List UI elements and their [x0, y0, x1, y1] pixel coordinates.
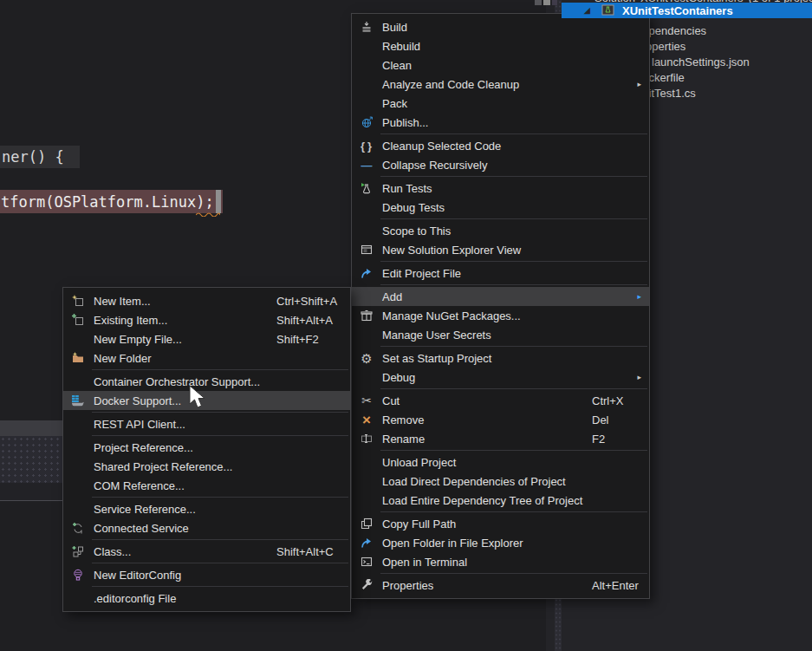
menu-item-new-folder[interactable]: New Folder	[63, 348, 350, 368]
menu-item-manage-nuget-packages[interactable]: Manage NuGet Packages...	[352, 306, 649, 325]
menu-item-debug-tests[interactable]: Debug Tests	[352, 198, 649, 217]
menu-item-label: Scope to This	[382, 225, 451, 238]
menu-item-collapse-recursively[interactable]: —Collapse Recursively	[352, 155, 649, 174]
menu-item-label: Add	[382, 290, 402, 303]
menu-item-shortcut: Alt+Enter	[592, 579, 639, 592]
menu-item-new-empty-file[interactable]: New Empty File...Shift+F2	[63, 329, 350, 348]
menu-item-shortcut: Shift+Alt+A	[276, 314, 333, 327]
build-icon	[358, 19, 375, 35]
submenu-arrow-icon: ▸	[637, 81, 641, 88]
tree-item-label: launchSettings.json	[652, 55, 750, 68]
new-item-icon	[69, 293, 87, 309]
menu-item-analyze-and-code-cleanup[interactable]: Analyze and Code Cleanup▸	[352, 75, 649, 94]
docker-whale-icon	[69, 393, 87, 408]
menu-item-label: Connected Service	[94, 522, 189, 535]
menu-item-rename[interactable]: RenameF2	[352, 429, 649, 448]
wrench-icon	[358, 577, 375, 593]
menu-item-label: Remove	[382, 413, 424, 426]
menu-item-set-as-startup-project[interactable]: ⚙Set as Startup Project	[352, 348, 649, 368]
menu-item-label: COM Reference...	[94, 479, 185, 492]
menu-item-service-reference[interactable]: Service Reference...	[63, 499, 350, 518]
curved-arrow-icon	[358, 535, 375, 550]
menu-item-label: Container Orchestrator Support...	[94, 375, 260, 388]
braces-icon: { }	[358, 138, 375, 153]
menu-item-new-item[interactable]: New Item...Ctrl+Shift+A	[63, 291, 350, 310]
menu-item-open-folder-in-file-explorer[interactable]: Open Folder in File Explorer	[352, 533, 649, 552]
menu-item-label: Manage NuGet Packages...	[382, 309, 521, 322]
mouse-cursor	[188, 385, 207, 411]
menu-item-label: New EditorConfig	[94, 569, 181, 582]
menu-item-label: Collapse Recursively	[382, 159, 487, 172]
collapse-dash-icon: —	[358, 157, 375, 173]
menu-item-scope-to-this[interactable]: Scope to This	[352, 221, 649, 240]
menu-item-cleanup-selected-code[interactable]: { }Cleanup Selected Code	[352, 136, 649, 155]
menu-item-open-in-terminal[interactable]: Open in Terminal	[352, 552, 649, 571]
menu-item-remove[interactable]: ×RemoveDel	[352, 410, 649, 429]
menu-item-editorconfig-file[interactable]: .editorconfig File	[63, 589, 350, 608]
menu-item-label: Open in Terminal	[382, 556, 467, 569]
menu-item-class[interactable]: Class...Shift+Alt+C	[63, 542, 350, 561]
menu-item-label: Clean	[382, 59, 412, 72]
menu-item-build[interactable]: Build	[352, 17, 649, 36]
menu-item-rest-api-client[interactable]: REST API Client...	[63, 414, 350, 433]
menu-item-com-reference[interactable]: COM Reference...	[63, 476, 350, 495]
toolbar-icon-fragment	[552, 0, 557, 5]
nuget-package-icon	[358, 308, 375, 323]
menu-item-label: Rename	[382, 433, 425, 446]
menu-item-label: Existing Item...	[94, 314, 167, 327]
menu-item-label: .editorconfig File	[94, 592, 176, 605]
menu-item-shortcut: F2	[592, 433, 605, 446]
menu-item-copy-full-path[interactable]: Copy Full Path	[352, 514, 649, 533]
project-node-selected[interactable]: ◢ XUnitTestContainers	[562, 3, 812, 18]
menu-item-existing-item[interactable]: Existing Item...Shift+Alt+A	[63, 310, 350, 329]
test-project-icon	[601, 4, 614, 16]
menu-item-new-solution-explorer-view[interactable]: New Solution Explorer View	[352, 240, 649, 259]
curved-arrow-icon	[358, 265, 375, 281]
new-view-icon	[358, 242, 375, 257]
menu-item-add[interactable]: Add▸	[352, 287, 649, 306]
menu-item-properties[interactable]: PropertiesAlt+Enter	[352, 576, 649, 595]
remove-x-icon: ×	[358, 412, 375, 427]
menu-item-label: Set as Startup Project	[382, 352, 491, 365]
menu-item-label: Cleanup Selected Code	[382, 140, 501, 153]
menu-item-label: Pack	[382, 97, 407, 110]
submenu-arrow-icon: ▸	[637, 374, 641, 381]
class-icon	[69, 544, 87, 559]
menu-item-label: New Item...	[94, 295, 151, 308]
menu-item-label: Analyze and Code Cleanup	[382, 78, 519, 91]
menu-item-manage-user-secrets[interactable]: Manage User Secrets	[352, 325, 649, 344]
publish-globe-icon	[358, 114, 375, 130]
menu-item-debug[interactable]: Debug▸	[352, 368, 649, 387]
menu-item-load-direct-dependencies-of-project[interactable]: Load Direct Dependencies of Project	[352, 472, 649, 491]
menu-item-label: Debug	[382, 371, 415, 384]
menu-item-run-tests[interactable]: Run Tests	[352, 179, 649, 198]
menu-item-label: Open Folder in File Explorer	[382, 537, 523, 550]
menu-item-label: Debug Tests	[382, 201, 445, 214]
menu-item-label: Load Entire Dependency Tree of Project	[382, 494, 582, 507]
menu-item-rebuild[interactable]: Rebuild	[352, 36, 649, 55]
code-line-2-highlighted: tform(OSPlatform.Linux);	[0, 190, 223, 213]
menu-item-edit-project-file[interactable]: Edit Project File	[352, 264, 649, 283]
text-caret	[216, 190, 221, 213]
menu-item-pack[interactable]: Pack	[352, 94, 649, 113]
menu-item-clean[interactable]: Clean	[352, 55, 649, 75]
copy-icon	[358, 516, 375, 531]
menu-item-cut[interactable]: ✂CutCtrl+X	[352, 391, 649, 410]
menu-item-shared-project-reference[interactable]: Shared Project Reference...	[63, 457, 350, 476]
rename-icon	[358, 431, 375, 446]
menu-item-connected-service[interactable]: Connected Service	[63, 518, 350, 537]
menu-item-label: New Empty File...	[94, 333, 182, 346]
menu-item-label: Publish...	[382, 116, 428, 129]
menu-item-shortcut: Del	[592, 413, 609, 426]
menu-item-unload-project[interactable]: Unload Project	[352, 452, 649, 472]
menu-item-project-reference[interactable]: Project Reference...	[63, 438, 350, 457]
menu-item-new-editorconfig[interactable]: New EditorConfig	[63, 565, 350, 584]
toolbar-icon-fragment	[535, 0, 542, 5]
menu-item-load-entire-dependency-tree-of-project[interactable]: Load Entire Dependency Tree of Project	[352, 491, 649, 510]
menu-item-publish[interactable]: Publish...	[352, 113, 649, 132]
new-folder-icon	[69, 350, 87, 366]
menu-item-label: Manage User Secrets	[382, 329, 491, 342]
menu-item-shortcut: Shift+Alt+C	[276, 545, 334, 558]
menu-item-label: New Solution Explorer View	[382, 244, 521, 257]
scissors-icon: ✂	[358, 393, 375, 408]
